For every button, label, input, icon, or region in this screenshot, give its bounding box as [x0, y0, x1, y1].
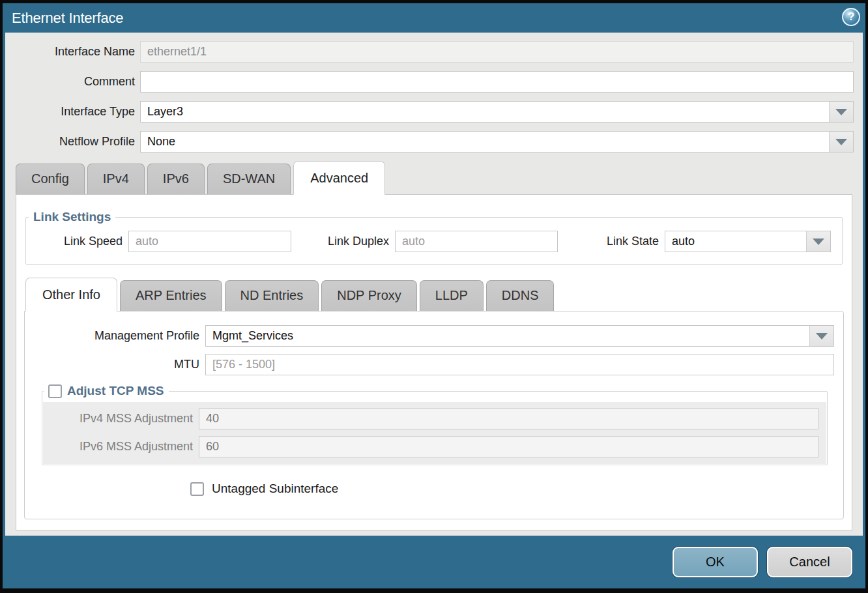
- interface-name-input: [140, 41, 854, 63]
- link-settings-legend: Link Settings: [29, 210, 115, 224]
- comment-row: Comment: [14, 71, 854, 93]
- mtu-row: MTU: [25, 354, 834, 375]
- tab-nd-entries[interactable]: ND Entries: [225, 280, 319, 311]
- netflow-profile-dropdown[interactable]: [140, 131, 854, 152]
- netflow-profile-label: Netflow Profile: [14, 135, 135, 149]
- management-profile-label: Management Profile: [25, 329, 199, 343]
- adjust-tcp-mss-legend: Adjust TCP MSS: [44, 384, 169, 398]
- dialog-footer: OK Cancel: [3, 536, 865, 588]
- interface-name-label: Interface Name: [14, 45, 135, 59]
- tab-ipv6[interactable]: IPv6: [147, 164, 205, 194]
- link-state-dropdown[interactable]: [665, 231, 831, 252]
- mss-disabled-panel: IPv4 MSS Adjustment IPv6 MSS Adjustment: [43, 402, 826, 464]
- link-state-dropdown-button[interactable]: [806, 231, 830, 252]
- netflow-profile-dropdown-button[interactable]: [829, 132, 853, 152]
- ipv6-mss-row: IPv6 MSS Adjustment: [43, 436, 818, 457]
- chevron-down-icon: [813, 239, 824, 245]
- tab-ddns[interactable]: DDNS: [486, 280, 555, 311]
- link-duplex-label: Link Duplex: [291, 235, 389, 248]
- dialog-title: Ethernet Interface: [12, 10, 123, 27]
- tab-ndp-proxy[interactable]: NDP Proxy: [321, 280, 417, 311]
- interface-name-row: Interface Name: [14, 41, 854, 63]
- interface-type-dropdown-button[interactable]: [829, 102, 853, 122]
- adjust-tcp-mss-fieldset: Adjust TCP MSS IPv4 MSS Adjustment IPv6 …: [42, 384, 828, 465]
- ipv4-mss-input: [199, 408, 818, 429]
- dialog-body: Interface Name Comment Interface Type Ne…: [5, 33, 863, 536]
- tab-advanced[interactable]: Advanced: [293, 161, 385, 195]
- chevron-down-icon: [816, 333, 828, 340]
- untagged-subinterface-row: Untagged Subinterface: [190, 482, 834, 496]
- ipv4-mss-row: IPv4 MSS Adjustment: [43, 408, 818, 429]
- link-duplex-input[interactable]: [395, 231, 558, 252]
- chevron-down-icon: [835, 139, 847, 145]
- ethernet-interface-dialog: Ethernet Interface ? Interface Name Comm…: [0, 0, 868, 593]
- tab-other-info[interactable]: Other Info: [25, 278, 117, 311]
- sub-tab-bar: Other Info ARP Entries ND Entries NDP Pr…: [24, 278, 844, 311]
- adjust-tcp-mss-legend-text: Adjust TCP MSS: [67, 384, 164, 398]
- advanced-tab-panel: Link Settings Link Speed Link Duplex Lin…: [16, 194, 852, 530]
- management-profile-dropdown-button[interactable]: [809, 326, 833, 346]
- management-profile-dropdown[interactable]: [205, 325, 834, 347]
- management-profile-value[interactable]: [206, 326, 809, 346]
- ipv6-mss-label: IPv6 MSS Adjustment: [43, 440, 193, 454]
- netflow-profile-value[interactable]: [141, 132, 829, 152]
- interface-type-label: Interface Type: [14, 105, 135, 119]
- link-settings-fieldset: Link Settings Link Speed Link Duplex Lin…: [25, 210, 843, 265]
- link-settings-row: Link Speed Link Duplex Link State: [26, 231, 842, 252]
- interface-type-dropdown[interactable]: [140, 101, 854, 123]
- cancel-button[interactable]: Cancel: [767, 547, 852, 577]
- mtu-input[interactable]: [205, 354, 834, 375]
- tab-ipv4[interactable]: IPv4: [87, 164, 145, 194]
- tab-config[interactable]: Config: [16, 164, 85, 194]
- tab-sdwan[interactable]: SD-WAN: [207, 164, 291, 194]
- mtu-label: MTU: [25, 358, 199, 371]
- ipv6-mss-input: [199, 436, 818, 457]
- main-tab-bar: Config IPv4 IPv6 SD-WAN Advanced: [5, 161, 863, 194]
- comment-label: Comment: [14, 75, 135, 89]
- netflow-profile-row: Netflow Profile: [14, 131, 854, 152]
- tab-lldp[interactable]: LLDP: [420, 280, 484, 311]
- chevron-down-icon: [835, 109, 847, 115]
- adjust-tcp-mss-checkbox[interactable]: [48, 384, 62, 398]
- untagged-subinterface-label: Untagged Subinterface: [212, 482, 338, 496]
- dialog-titlebar: Ethernet Interface ?: [3, 3, 865, 33]
- ipv4-mss-label: IPv4 MSS Adjustment: [43, 412, 193, 426]
- tab-arp-entries[interactable]: ARP Entries: [120, 280, 222, 311]
- link-speed-input[interactable]: [128, 231, 291, 252]
- interface-type-value[interactable]: [141, 102, 829, 122]
- ok-button[interactable]: OK: [673, 547, 758, 577]
- help-icon[interactable]: ?: [842, 8, 860, 26]
- link-speed-label: Link Speed: [26, 235, 123, 248]
- management-profile-row: Management Profile: [25, 325, 834, 347]
- link-state-label: Link State: [558, 235, 659, 248]
- interface-type-row: Interface Type: [14, 101, 854, 123]
- other-info-panel: Management Profile MTU Adjust: [24, 311, 844, 519]
- link-state-value[interactable]: [665, 231, 806, 252]
- comment-input[interactable]: [140, 71, 854, 93]
- untagged-subinterface-checkbox[interactable]: [190, 482, 204, 496]
